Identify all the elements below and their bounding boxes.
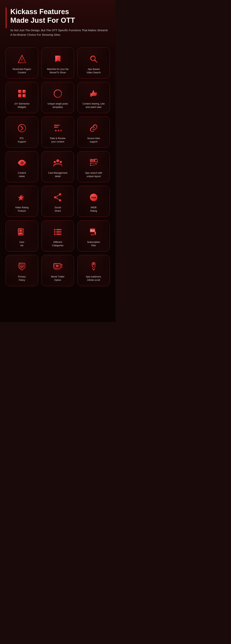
feature-label-user-list: User list — [19, 240, 24, 247]
svg-rect-39 — [56, 229, 62, 230]
feature-card-single-posts: Unique single posts templates — [41, 82, 74, 113]
svg-rect-6 — [18, 94, 21, 97]
header-accent — [6, 8, 6, 28]
cast-icon — [52, 156, 64, 169]
svg-point-19 — [60, 161, 62, 163]
feature-label-cast-management: Cast Management detail — [48, 172, 67, 178]
svg-rect-25 — [92, 163, 96, 164]
feature-card-social-share: Social Share — [41, 186, 74, 217]
feature-card-user-list: User list — [6, 220, 38, 252]
page-wrapper: Kickass Features Made Just For OTT Its N… — [0, 0, 115, 322]
feature-card-elementor: 15+ Elementor Widgets — [6, 82, 38, 113]
svg-rect-7 — [22, 94, 26, 97]
search-icon — [87, 53, 100, 65]
link-icon — [87, 122, 100, 134]
feature-card-content-views: Content views — [6, 151, 38, 182]
features-grid: ! Restricted Pages/ Content Watchlist fo… — [6, 47, 110, 286]
feature-card-loadmore: Ajax loadmore, infinite scroll — [77, 255, 110, 286]
feature-label-elementor: 15+ Elementor Widgets — [14, 102, 30, 109]
svg-rect-52 — [93, 263, 94, 265]
svg-rect-23 — [90, 163, 91, 164]
feature-card-content-sharing: Content sharing, Like and watch later — [77, 82, 110, 113]
rating-icon — [16, 191, 28, 204]
feature-card-cast-management: Cast Management detail — [41, 151, 74, 182]
thumbsup-icon — [87, 88, 100, 100]
feature-card-watchlist: Watchlist for your fav Movie/Tv Show — [41, 47, 74, 78]
svg-point-28 — [59, 193, 61, 196]
svg-point-17 — [56, 160, 59, 162]
scroll-icon — [87, 260, 100, 272]
feature-label-imdb: IMDB Rating — [90, 206, 97, 212]
feature-label-loadmore: Ajax loadmore, infinite scroll — [86, 275, 101, 282]
svg-line-3 — [95, 60, 97, 62]
svg-rect-46 — [91, 234, 94, 235]
header-section: Kickass Features Made Just For OTT Its N… — [6, 8, 110, 37]
feature-label-source-links: Source links support — [87, 137, 100, 144]
feature-label-ajax-search: Ajax Based Video Search — [87, 68, 101, 74]
feature-card-ajax-search: Ajax Based Video Search — [77, 47, 110, 78]
grid-icon — [16, 88, 28, 100]
subscription-icon: SUB — [87, 226, 100, 238]
page-title: Kickass Features Made Just For OTT — [10, 8, 110, 24]
feature-label-watchlist: Watchlist for your fav Movie/Tv Show — [47, 68, 68, 74]
feature-label-rate-review: Rate & Review your content — [50, 137, 65, 144]
plus-circle-icon — [52, 88, 64, 100]
feature-card-restricted-pages: ! Restricted Pages/ Content — [6, 47, 38, 78]
svg-rect-41 — [56, 232, 62, 232]
svg-rect-13 — [54, 127, 58, 128]
svg-rect-5 — [22, 90, 26, 93]
svg-line-32 — [56, 198, 59, 200]
trailer-icon — [52, 260, 64, 272]
svg-point-37 — [20, 230, 22, 232]
feature-card-subscription: SUB Subscription Plan — [77, 220, 110, 252]
feature-card-rtl: RTL Support — [6, 116, 38, 148]
feature-card-video-rating: Video Rating Feature — [6, 186, 38, 217]
svg-rect-12 — [54, 125, 60, 126]
feature-label-rtl: RTL Support — [18, 137, 26, 144]
svg-point-40 — [54, 231, 56, 233]
svg-marker-27 — [96, 163, 97, 165]
eye-icon — [16, 156, 28, 169]
feature-card-imdb: IMDb IMDB Rating — [77, 186, 110, 217]
svg-rect-50 — [54, 269, 60, 270]
privacy-icon — [16, 260, 28, 272]
share-icon — [52, 191, 64, 204]
svg-point-38 — [54, 229, 56, 230]
feature-label-video-rating: Video Rating Feature — [15, 206, 28, 212]
svg-line-22 — [97, 162, 98, 162]
svg-point-42 — [54, 234, 56, 235]
feature-card-categories: Different Categories — [41, 220, 74, 252]
feature-card-source-links: Source links support — [77, 116, 110, 148]
feature-label-single-posts: Unique single posts templates — [47, 102, 68, 109]
svg-line-31 — [56, 195, 59, 197]
svg-rect-43 — [56, 234, 62, 235]
feature-label-restricted-pages: Restricted Pages/ Content — [12, 68, 31, 74]
svg-point-11 — [18, 124, 26, 132]
svg-rect-26 — [92, 165, 95, 166]
svg-text:SUB: SUB — [90, 230, 95, 232]
svg-rect-24 — [90, 165, 91, 166]
feature-label-categories: Different Categories — [52, 240, 63, 247]
warning-icon: ! — [16, 53, 28, 65]
imdb-icon: IMDb — [87, 191, 100, 204]
svg-point-29 — [59, 199, 61, 202]
svg-rect-4 — [18, 90, 21, 93]
page-subtitle: Its Not Just The Design, But The OTT Spe… — [10, 28, 110, 37]
userlist-icon — [16, 226, 28, 238]
feature-label-ajax-search-layout: Ajax search with unique layout — [85, 172, 102, 178]
feature-card-trailer: Movie Trailer Option — [41, 255, 74, 286]
feature-label-trailer: Movie Trailer Option — [51, 275, 65, 282]
categories-icon — [52, 226, 64, 238]
feature-label-social-share: Social Share — [54, 206, 61, 212]
review-icon: ★★★ — [52, 122, 64, 134]
bookmark-icon — [52, 53, 64, 65]
arrow-right-icon — [16, 122, 28, 134]
svg-point-16 — [21, 162, 23, 164]
svg-text:!: ! — [21, 58, 22, 62]
search-layout-icon — [87, 156, 100, 169]
feature-label-content-views: Content views — [18, 172, 26, 178]
feature-label-subscription: Subscription Plan — [87, 240, 100, 247]
feature-card-rate-review: ★★★ Rate & Review your content — [41, 116, 74, 148]
feature-label-privacy: Privacy Policy — [18, 275, 26, 282]
feature-card-privacy: Privacy Policy — [6, 255, 38, 286]
